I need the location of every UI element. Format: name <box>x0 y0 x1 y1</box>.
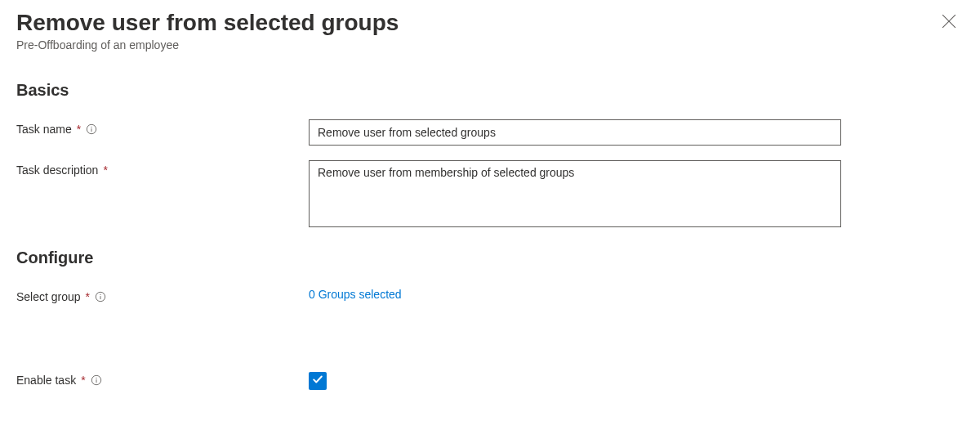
required-asterisk: * <box>77 123 81 136</box>
task-description-label: Task description <box>16 164 98 177</box>
page-subtitle: Pre-Offboarding of an employee <box>16 38 399 52</box>
close-icon <box>942 14 956 32</box>
basics-heading: Basics <box>16 81 964 100</box>
select-group-link[interactable]: 0 Groups selected <box>309 288 402 301</box>
required-asterisk: * <box>81 374 85 387</box>
svg-point-6 <box>100 294 101 295</box>
configure-heading: Configure <box>16 249 964 267</box>
svg-point-3 <box>91 127 92 128</box>
enable-task-checkbox[interactable] <box>309 372 327 390</box>
select-group-label: Select group <box>16 290 81 303</box>
enable-task-label: Enable task <box>16 374 76 387</box>
required-asterisk: * <box>86 290 90 303</box>
page-title: Remove user from selected groups <box>16 8 399 37</box>
svg-point-9 <box>96 378 96 379</box>
task-description-input[interactable] <box>309 160 841 227</box>
close-button[interactable] <box>939 13 959 33</box>
info-icon[interactable] <box>86 123 97 135</box>
required-asterisk: * <box>103 164 107 177</box>
info-icon[interactable] <box>95 291 106 302</box>
task-name-input[interactable] <box>309 119 841 146</box>
checkmark-icon <box>312 374 323 388</box>
info-icon[interactable] <box>91 374 102 386</box>
task-name-label: Task name <box>16 123 72 136</box>
